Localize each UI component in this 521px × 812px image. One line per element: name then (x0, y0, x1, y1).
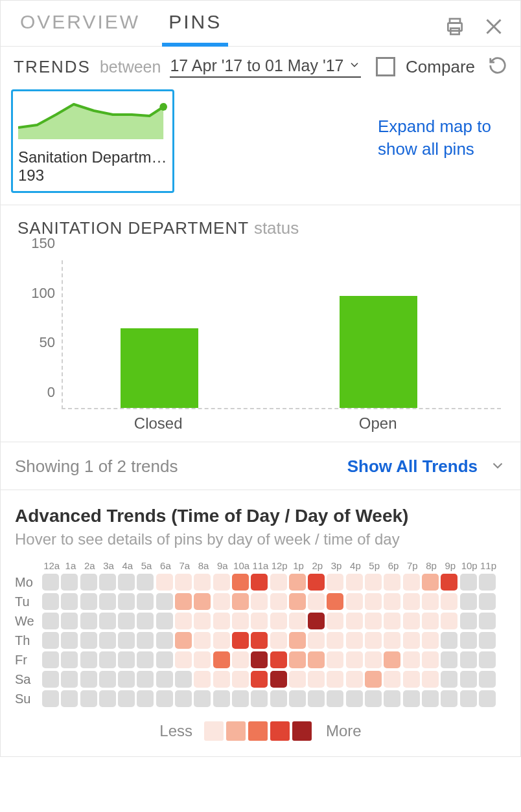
heat-cell[interactable] (194, 671, 211, 688)
heat-cell[interactable] (327, 574, 343, 591)
heat-cell[interactable] (213, 690, 230, 707)
heat-cell[interactable] (99, 593, 116, 610)
heat-cell[interactable] (156, 593, 173, 610)
heat-cell[interactable] (175, 632, 192, 649)
heat-cell[interactable] (346, 574, 363, 591)
heat-cell[interactable] (118, 651, 135, 668)
heat-cell[interactable] (479, 651, 496, 668)
heat-cell[interactable] (441, 671, 457, 688)
heat-cell[interactable] (308, 574, 325, 591)
heat-cell[interactable] (251, 593, 268, 610)
heat-cell[interactable] (194, 593, 211, 610)
heat-cell[interactable] (422, 574, 439, 591)
close-icon[interactable] (481, 14, 506, 39)
heat-cell[interactable] (137, 690, 154, 707)
heat-cell[interactable] (232, 593, 249, 610)
heat-cell[interactable] (118, 593, 135, 610)
heat-cell[interactable] (384, 671, 400, 688)
heat-cell[interactable] (156, 690, 173, 707)
heat-cell[interactable] (403, 613, 420, 629)
date-range-picker[interactable]: 17 Apr '17 to 01 May '17 (170, 56, 360, 78)
heat-cell[interactable] (251, 651, 268, 668)
heat-cell[interactable] (118, 632, 135, 649)
heat-cell[interactable] (232, 574, 249, 591)
heat-cell[interactable] (365, 690, 382, 707)
heat-cell[interactable] (118, 671, 135, 688)
heat-cell[interactable] (384, 651, 400, 668)
heat-cell[interactable] (346, 632, 363, 649)
trend-card[interactable]: Sanitation Departme... 193 (11, 89, 174, 193)
heat-cell[interactable] (270, 690, 287, 707)
heat-cell[interactable] (99, 690, 116, 707)
heat-cell[interactable] (365, 671, 382, 688)
heat-cell[interactable] (289, 593, 306, 610)
heat-cell[interactable] (308, 613, 325, 629)
heat-cell[interactable] (422, 632, 439, 649)
heat-cell[interactable] (479, 671, 496, 688)
heat-cell[interactable] (213, 593, 230, 610)
heat-cell[interactable] (460, 613, 477, 629)
heat-cell[interactable] (137, 632, 154, 649)
heat-cell[interactable] (80, 593, 97, 610)
chevron-down-icon[interactable] (489, 457, 506, 477)
heat-cell[interactable] (175, 690, 192, 707)
heat-cell[interactable] (80, 632, 97, 649)
heat-cell[interactable] (460, 671, 477, 688)
heat-cell[interactable] (194, 690, 211, 707)
heat-cell[interactable] (403, 690, 420, 707)
heat-cell[interactable] (194, 632, 211, 649)
heat-cell[interactable] (61, 632, 78, 649)
heat-cell[interactable] (422, 613, 439, 629)
heat-cell[interactable] (156, 613, 173, 629)
heat-cell[interactable] (384, 690, 400, 707)
heat-cell[interactable] (213, 574, 230, 591)
heat-cell[interactable] (327, 593, 343, 610)
heat-cell[interactable] (327, 632, 343, 649)
heat-cell[interactable] (403, 593, 420, 610)
heat-cell[interactable] (99, 613, 116, 629)
heat-cell[interactable] (61, 593, 78, 610)
heat-cell[interactable] (308, 632, 325, 649)
heat-cell[interactable] (479, 593, 496, 610)
heat-cell[interactable] (270, 593, 287, 610)
heat-cell[interactable] (42, 632, 59, 649)
tab-overview[interactable]: OVERVIEW (15, 7, 145, 46)
heat-cell[interactable] (251, 632, 268, 649)
heat-cell[interactable] (441, 593, 457, 610)
heat-cell[interactable] (99, 574, 116, 591)
heat-cell[interactable] (441, 632, 457, 649)
heat-cell[interactable] (460, 593, 477, 610)
heat-cell[interactable] (289, 574, 306, 591)
heat-cell[interactable] (365, 651, 382, 668)
heat-cell[interactable] (270, 574, 287, 591)
heat-cell[interactable] (118, 613, 135, 629)
heat-cell[interactable] (327, 651, 343, 668)
heat-cell[interactable] (308, 671, 325, 688)
heat-cell[interactable] (365, 613, 382, 629)
refresh-icon[interactable] (488, 56, 507, 78)
heat-cell[interactable] (365, 574, 382, 591)
bar-open[interactable] (340, 296, 417, 408)
heat-cell[interactable] (99, 671, 116, 688)
heat-cell[interactable] (346, 613, 363, 629)
show-all-trends-link[interactable]: Show All Trends (347, 457, 478, 477)
heat-cell[interactable] (251, 671, 268, 688)
heat-cell[interactable] (42, 690, 59, 707)
heat-cell[interactable] (403, 632, 420, 649)
heat-cell[interactable] (232, 671, 249, 688)
heat-cell[interactable] (441, 651, 457, 668)
heat-cell[interactable] (289, 651, 306, 668)
heat-cell[interactable] (289, 690, 306, 707)
heat-cell[interactable] (346, 671, 363, 688)
heat-cell[interactable] (270, 651, 287, 668)
heat-cell[interactable] (194, 651, 211, 668)
heat-cell[interactable] (384, 574, 400, 591)
heat-cell[interactable] (327, 613, 343, 629)
heat-cell[interactable] (80, 651, 97, 668)
expand-map-link[interactable]: Expand map to show all pins (378, 115, 507, 161)
heat-cell[interactable] (175, 651, 192, 668)
heat-cell[interactable] (384, 613, 400, 629)
heat-cell[interactable] (61, 671, 78, 688)
heat-cell[interactable] (460, 651, 477, 668)
heat-cell[interactable] (118, 574, 135, 591)
